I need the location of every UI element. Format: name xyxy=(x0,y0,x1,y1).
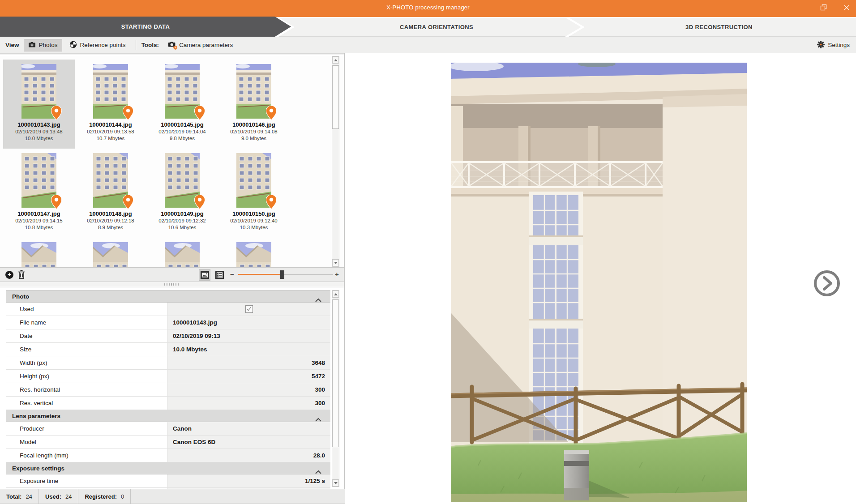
photo-filename: 1000010147.jpg xyxy=(17,211,60,218)
photos-button[interactable]: Photos xyxy=(24,39,62,51)
map-pin-icon xyxy=(123,195,133,209)
main-toolbar: View Photos Reference points Tools: Came… xyxy=(0,37,856,54)
next-photo-button[interactable] xyxy=(811,268,843,299)
photo-date: 02/10/2019 09:12:18 xyxy=(87,218,134,224)
property-value[interactable]: 300 xyxy=(167,397,330,410)
toolbar-separator xyxy=(136,40,136,50)
scroll-up-icon[interactable] xyxy=(332,290,339,298)
photo-thumbnail[interactable] xyxy=(146,238,218,268)
photo-thumbnail[interactable]: 1000010147.jpg 02/10/2019 09:14:15 10.8 … xyxy=(3,149,75,238)
properties-section-header[interactable]: Photo xyxy=(6,290,330,303)
add-photo-button[interactable]: + xyxy=(5,271,13,279)
tools-label: Tools: xyxy=(141,42,159,48)
property-row: Date02/10/2019 09:13 xyxy=(6,329,330,343)
status-registered: Registered: 0 xyxy=(78,489,131,504)
property-row: File name1000010143.jpg xyxy=(6,316,330,329)
property-row: ModelCanon EOS 6D xyxy=(6,436,330,449)
photo-thumbnail[interactable]: 1000010143.jpg 02/10/2019 09:13:48 10.0 … xyxy=(3,60,75,149)
property-value[interactable]: 300 xyxy=(167,383,330,397)
camera-icon xyxy=(28,42,36,49)
status-used-label: Used: xyxy=(45,493,61,500)
delete-photo-button[interactable] xyxy=(18,270,25,281)
thumbnail-view-button[interactable] xyxy=(199,269,210,281)
gear-icon xyxy=(817,41,825,50)
photo-date: 02/10/2019 09:14:04 xyxy=(158,128,206,135)
settings-button[interactable]: Settings xyxy=(817,41,850,50)
thumbnail-image xyxy=(165,153,200,208)
property-value[interactable]: Canon EOS 6D xyxy=(167,436,330,449)
property-row: Width (px)3648 xyxy=(6,356,330,370)
section-title: Lens parameters xyxy=(12,413,60,419)
map-pin-icon xyxy=(51,195,62,209)
photo-thumbnail[interactable]: 1000010145.jpg 02/10/2019 09:14:04 9.8 M… xyxy=(146,60,218,149)
property-value[interactable]: 02/10/2019 09:13 xyxy=(167,329,330,343)
camera-parameters-label: Camera parameters xyxy=(179,42,233,48)
tab-starting-data[interactable]: STARTING DATA xyxy=(0,17,291,37)
photo-thumbnail[interactable]: 1000010144.jpg 02/10/2019 09:13:58 10.7 … xyxy=(75,60,146,149)
map-pin-icon xyxy=(194,195,205,209)
scroll-down-icon[interactable] xyxy=(332,259,339,266)
property-value[interactable]: 1000010143.jpg xyxy=(167,316,330,329)
property-value[interactable]: Canon xyxy=(167,422,330,436)
photo-thumbnail[interactable] xyxy=(218,238,290,268)
property-value[interactable]: 10.0 Mbytes xyxy=(167,343,330,356)
property-value[interactable]: 3648 xyxy=(167,356,330,370)
photo-size: 9.0 Mbytes xyxy=(241,135,266,142)
settings-label: Settings xyxy=(828,42,850,48)
photo-date: 02/10/2019 09:12:32 xyxy=(158,218,206,224)
panel-splitter[interactable] xyxy=(0,282,344,287)
property-row: Res. horizontal300 xyxy=(6,383,330,397)
photo-thumbnail[interactable]: 1000010146.jpg 02/10/2019 09:14:08 9.0 M… xyxy=(218,60,290,149)
photo-date: 02/10/2019 09:13:48 xyxy=(15,128,63,135)
reference-points-button[interactable]: Reference points xyxy=(65,39,130,51)
photo-filename: 1000010150.jpg xyxy=(232,211,275,218)
properties-section-header[interactable]: Exposure settings xyxy=(6,462,330,474)
map-pin-icon xyxy=(51,106,62,120)
close-window-icon[interactable] xyxy=(842,3,852,13)
restore-window-icon[interactable] xyxy=(818,3,828,13)
tab-camera-orientations[interactable]: CAMERA ORIENTATIONS xyxy=(278,17,581,37)
property-value[interactable]: 28.0 xyxy=(167,449,330,462)
camera-parameters-button[interactable]: Camera parameters xyxy=(163,39,237,51)
photo-thumbnail[interactable]: 1000010149.jpg 02/10/2019 09:12:32 10.6 … xyxy=(146,149,218,238)
property-label: Res. horizontal xyxy=(6,383,167,397)
photo-filename: 1000010146.jpg xyxy=(232,122,275,128)
slider-fill xyxy=(238,274,281,275)
photo-list-toolbar: + − + xyxy=(0,267,344,282)
photo-thumbnail[interactable]: 1000010148.jpg 02/10/2019 09:12:18 8.9 M… xyxy=(75,149,146,238)
property-value[interactable]: 1/125 s xyxy=(167,474,330,488)
slider-handle[interactable] xyxy=(280,270,284,279)
photo-thumbnail[interactable] xyxy=(3,238,75,268)
photo-filename: 1000010149.jpg xyxy=(161,211,203,218)
tab-label: CAMERA ORIENTATIONS xyxy=(386,24,473,30)
list-view-button[interactable] xyxy=(214,269,225,281)
workflow-tabs: STARTING DATA CAMERA ORIENTATIONS 3D REC… xyxy=(0,15,856,37)
thumbnail-image xyxy=(165,242,200,268)
photo-preview[interactable] xyxy=(451,63,747,502)
property-label: Date xyxy=(6,329,167,343)
zoom-out-button[interactable]: − xyxy=(230,270,234,278)
photo-list-scrollbar[interactable] xyxy=(332,56,339,267)
property-row: Height (px)5472 xyxy=(6,370,330,383)
properties-section-header[interactable]: Lens parameters xyxy=(6,410,330,422)
property-value xyxy=(167,303,330,316)
tab-3d-reconstruction[interactable]: 3D RECONSTRUCTION xyxy=(569,17,856,37)
map-pin-icon xyxy=(266,195,277,209)
scrollbar-thumb[interactable] xyxy=(332,299,339,447)
scroll-down-icon[interactable] xyxy=(332,479,339,487)
used-checkbox[interactable] xyxy=(245,305,253,313)
scrollbar-thumb[interactable] xyxy=(332,65,339,129)
property-row: Size10.0 Mbytes xyxy=(6,343,330,356)
scroll-up-icon[interactable] xyxy=(332,56,339,64)
property-value[interactable]: 5472 xyxy=(167,370,330,383)
photo-date: 02/10/2019 09:12:40 xyxy=(230,218,278,224)
zoom-in-button[interactable]: + xyxy=(335,270,339,278)
properties-table: Photo Used File name1000010143.jpg Date0… xyxy=(6,290,330,489)
photo-filename: 1000010144.jpg xyxy=(89,122,132,128)
photo-thumbnail[interactable] xyxy=(75,238,146,268)
properties-scrollbar[interactable] xyxy=(332,290,339,487)
photo-thumbnail[interactable]: 1000010150.jpg 02/10/2019 09:12:40 10.3 … xyxy=(218,149,290,238)
map-pin-icon xyxy=(123,106,133,120)
property-label: Height (px) xyxy=(6,370,167,383)
window-title: X-PHOTO processing manager xyxy=(0,0,856,15)
